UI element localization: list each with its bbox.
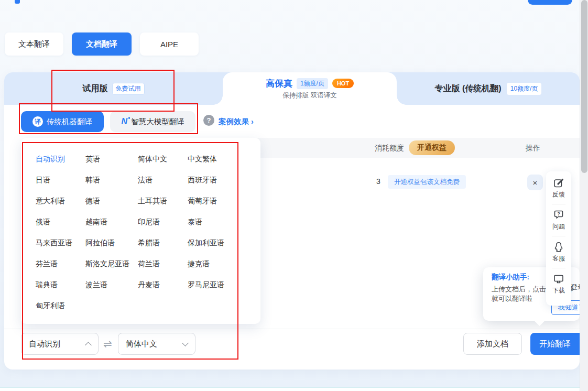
action-row-divider xyxy=(4,329,580,329)
tooltip-text-line2: 就可以翻译啦 xyxy=(492,294,532,303)
document-translation-page: 文本翻译 文档翻译 AIPE 试用版 免费试用 高保真 1额度/页 HOT 保持… xyxy=(0,0,588,391)
header-quota: 消耗额度 xyxy=(375,138,404,158)
case-examples-link[interactable]: 案例效果 › xyxy=(219,117,254,127)
language-option[interactable]: 英语 xyxy=(85,149,138,170)
plan-tab-hifi-active[interactable]: 高保真 1额度/页 HOT 保持排版 双语译文 xyxy=(223,72,397,105)
language-option[interactable]: 阿拉伯语 xyxy=(85,233,138,254)
language-option[interactable]: 土耳其语 xyxy=(138,191,188,212)
trial-title: 试用版 xyxy=(83,83,108,94)
table-header: 消耗额度 开通权益 操作 xyxy=(257,138,580,158)
svg-text:?: ? xyxy=(557,211,560,216)
toggle-traditional-label: 传统机器翻译 xyxy=(47,117,92,127)
customer-service-label: 客服 xyxy=(552,254,565,263)
start-translation-button[interactable]: 开始翻译 xyxy=(530,333,580,355)
language-option[interactable]: 罗马尼亚语 xyxy=(188,275,251,296)
language-option[interactable]: 意大利语 xyxy=(36,191,85,212)
edit-icon xyxy=(553,177,564,189)
language-option[interactable]: 瑞典语 xyxy=(36,275,85,296)
scrollbar-thumb[interactable] xyxy=(581,0,587,173)
swap-languages-icon[interactable]: ⇌ xyxy=(103,338,112,350)
language-option[interactable]: 保加利亚语 xyxy=(188,233,251,254)
language-option[interactable]: 荷兰语 xyxy=(138,254,188,275)
tooltip-title: 翻译小助手: xyxy=(492,273,529,282)
language-option[interactable]: 西班牙语 xyxy=(188,170,251,191)
activate-benefits-button[interactable]: 开通权益 xyxy=(409,140,455,155)
language-option[interactable]: 马来西亚语 xyxy=(36,233,85,254)
plan-tab-trial[interactable]: 试用版 免费试用 xyxy=(4,72,223,105)
feedback-label: 反馈 xyxy=(552,190,565,199)
language-option[interactable]: 葡萄牙语 xyxy=(188,191,251,212)
target-language-select[interactable]: 简体中文 xyxy=(118,333,195,355)
language-option[interactable]: 法语 xyxy=(138,170,188,191)
row-benefit-note[interactable]: 开通权益包该文档免费 xyxy=(388,175,466,189)
top-right-button-fragment[interactable] xyxy=(528,0,572,5)
language-option[interactable]: 简体中文 xyxy=(138,149,188,170)
toggle-traditional-mt[interactable]: 译 传统机器翻译 xyxy=(21,111,104,132)
toggle-llm-label: 智慧大模型翻译 xyxy=(131,117,184,127)
language-option[interactable]: 中文繁体 xyxy=(188,149,251,170)
language-option[interactable]: 捷克语 xyxy=(188,254,251,275)
hot-badge: HOT xyxy=(332,79,354,88)
language-dropdown-panel: 自动识别 英语 简体中文 中文繁体 日语 韩语 法语 西班牙语 意大利语 德语 … xyxy=(21,138,260,324)
language-option[interactable]: 斯洛文尼亚语 xyxy=(85,254,138,275)
plan-tab-pro[interactable]: 专业版 (传统机翻) 10额度/页 xyxy=(397,72,580,105)
language-option[interactable]: 印尼语 xyxy=(138,212,188,233)
question-bubble-icon: ? xyxy=(553,209,564,221)
source-language-select[interactable]: 自动识别 xyxy=(21,333,99,355)
language-option[interactable]: 芬兰语 xyxy=(36,254,85,275)
toolbar-divider xyxy=(552,236,565,236)
language-option[interactable]: 丹麦语 xyxy=(138,275,188,296)
pro-title: 专业版 (传统机翻) xyxy=(435,83,502,94)
chevron-up-icon xyxy=(85,342,92,349)
question-label: 问题 xyxy=(552,222,565,231)
language-option[interactable]: 自动识别 xyxy=(36,149,85,170)
language-option[interactable]: 俄语 xyxy=(36,212,85,233)
footer-band xyxy=(0,387,588,391)
language-option[interactable]: 越南语 xyxy=(85,212,138,233)
penguin-service-icon xyxy=(553,241,564,253)
trial-free-badge: 免费试用 xyxy=(112,83,145,95)
help-icon[interactable]: ? xyxy=(203,115,214,126)
translate-icon: 译 xyxy=(32,116,43,127)
feedback-button[interactable]: 反馈 xyxy=(552,177,565,199)
hifi-price-badge: 1额度/页 xyxy=(297,78,328,89)
source-language-value: 自动识别 xyxy=(29,339,60,349)
target-language-value: 简体中文 xyxy=(126,339,157,349)
customer-service-button[interactable]: 客服 xyxy=(552,241,565,263)
toggle-llm-mt[interactable]: N 智慧大模型翻译 xyxy=(110,111,195,132)
side-toolbar: 反馈 ? 问题 客服 xyxy=(546,171,571,306)
language-option[interactable]: 韩语 xyxy=(85,170,138,191)
tab-aipe[interactable]: AIPE xyxy=(140,32,199,56)
remove-document-button[interactable]: × xyxy=(527,175,543,190)
row-quota-value: 3 xyxy=(372,177,385,186)
download-button[interactable]: 下载 xyxy=(552,273,565,295)
tab-text-translation[interactable]: 文本翻译 xyxy=(5,32,63,56)
question-button[interactable]: ? 问题 xyxy=(552,209,565,231)
add-document-button[interactable]: 添加文档 xyxy=(463,333,522,355)
toolbar-divider xyxy=(552,204,565,204)
pro-price-badge: 10额度/页 xyxy=(507,83,542,95)
toolbar-divider xyxy=(552,268,565,268)
language-option[interactable]: 匈牙利语 xyxy=(36,296,85,317)
language-option[interactable]: 波兰语 xyxy=(85,275,138,296)
language-option[interactable]: 日语 xyxy=(36,170,85,191)
language-option[interactable]: 德语 xyxy=(85,191,138,212)
monitor-download-icon xyxy=(553,273,564,285)
header-action: 操作 xyxy=(526,138,540,158)
vertical-scrollbar[interactable] xyxy=(580,0,588,391)
language-option[interactable]: 希腊语 xyxy=(138,233,188,254)
download-label: 下载 xyxy=(552,286,565,295)
hifi-title: 高保真 xyxy=(266,78,292,90)
tab-document-translation[interactable]: 文档翻译 xyxy=(72,32,132,56)
hifi-subtitle: 保持排版 双语译文 xyxy=(282,91,336,100)
llm-sparkle-icon: N xyxy=(121,117,127,126)
language-option[interactable]: 泰语 xyxy=(188,212,251,233)
chevron-down-icon xyxy=(182,340,189,346)
logo-fragment xyxy=(15,0,20,4)
